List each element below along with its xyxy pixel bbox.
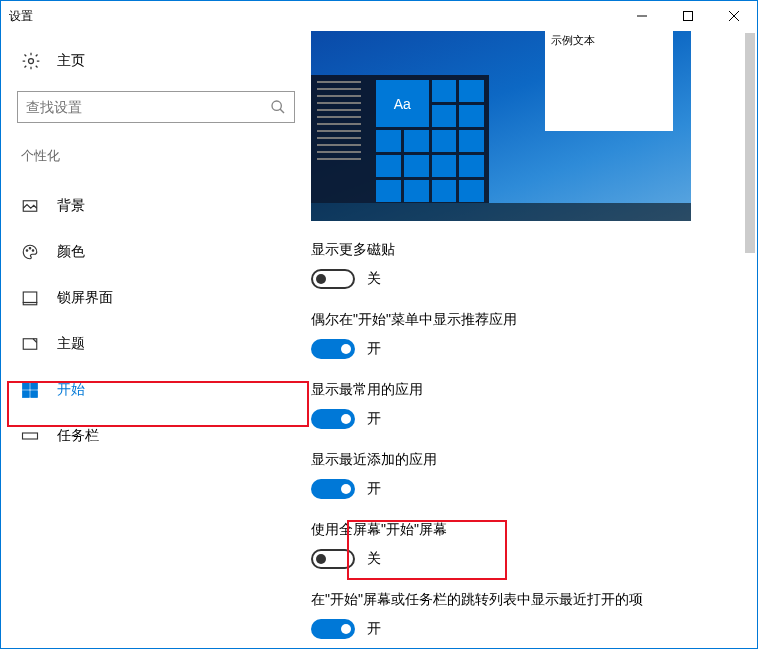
sidebar-item-colors[interactable]: 颜色 bbox=[17, 229, 295, 275]
setting-label: 使用全屏幕"开始"屏幕 bbox=[311, 521, 739, 539]
maximize-button[interactable] bbox=[665, 1, 711, 31]
svg-rect-12 bbox=[23, 303, 37, 305]
preview-tile-aa: Aa bbox=[376, 80, 429, 127]
start-icon bbox=[21, 381, 39, 399]
preview-startmenu: Aa bbox=[311, 75, 489, 203]
setting-more-tiles: 显示更多磁贴 关 bbox=[311, 241, 739, 289]
setting-fullscreen-start: 使用全屏幕"开始"屏幕 关 bbox=[311, 521, 739, 569]
toggle-state: 开 bbox=[367, 410, 381, 428]
toggle-fullscreen-start[interactable] bbox=[311, 549, 355, 569]
toggle-state: 开 bbox=[367, 620, 381, 638]
setting-label: 显示最近添加的应用 bbox=[311, 451, 739, 469]
svg-rect-11 bbox=[23, 292, 37, 303]
setting-suggestions: 偶尔在"开始"菜单中显示推荐应用 开 bbox=[311, 311, 739, 359]
sidebar-item-themes[interactable]: 主题 bbox=[17, 321, 295, 367]
setting-label: 在"开始"屏幕或任务栏的跳转列表中显示最近打开的项 bbox=[311, 591, 739, 609]
toggle-suggestions[interactable] bbox=[311, 339, 355, 359]
sidebar-item-lockscreen[interactable]: 锁屏界面 bbox=[17, 275, 295, 321]
svg-rect-18 bbox=[23, 433, 38, 439]
svg-point-4 bbox=[29, 59, 34, 64]
setting-recently-added: 显示最近添加的应用 开 bbox=[311, 451, 739, 499]
nav-label: 开始 bbox=[57, 381, 85, 399]
palette-icon bbox=[21, 243, 39, 261]
sidebar: 主页 个性化 背景 颜色 锁屏界面 主题 开始 任务栏 bbox=[1, 31, 311, 648]
search-input[interactable] bbox=[26, 99, 270, 115]
sidebar-item-taskbar[interactable]: 任务栏 bbox=[17, 413, 295, 459]
scrollbar[interactable] bbox=[745, 33, 755, 253]
minimize-button[interactable] bbox=[619, 1, 665, 31]
toggle-state: 开 bbox=[367, 480, 381, 498]
setting-jumplist: 在"开始"屏幕或任务栏的跳转列表中显示最近打开的项 开 bbox=[311, 591, 739, 639]
taskbar-icon bbox=[21, 427, 39, 445]
svg-rect-15 bbox=[31, 383, 38, 390]
nav-label: 背景 bbox=[57, 197, 85, 215]
setting-label: 偶尔在"开始"菜单中显示推荐应用 bbox=[311, 311, 739, 329]
start-preview: 示例文本 Aa bbox=[311, 31, 691, 221]
svg-rect-1 bbox=[684, 12, 693, 21]
main-panel: 示例文本 Aa 显示更多磁贴 bbox=[311, 31, 757, 648]
nav-label: 任务栏 bbox=[57, 427, 99, 445]
toggle-state: 关 bbox=[367, 550, 381, 568]
home-label: 主页 bbox=[57, 52, 85, 70]
svg-rect-17 bbox=[31, 391, 38, 398]
toggle-most-used[interactable] bbox=[311, 409, 355, 429]
svg-point-8 bbox=[26, 250, 28, 252]
svg-rect-16 bbox=[23, 391, 30, 398]
toggle-recently-added[interactable] bbox=[311, 479, 355, 499]
svg-point-9 bbox=[29, 248, 31, 250]
nav-label: 颜色 bbox=[57, 243, 85, 261]
preview-popup: 示例文本 bbox=[545, 31, 673, 131]
titlebar: 设置 bbox=[1, 1, 757, 31]
sidebar-item-start[interactable]: 开始 bbox=[17, 367, 295, 413]
svg-line-6 bbox=[280, 109, 284, 113]
search-box[interactable] bbox=[17, 91, 295, 123]
toggle-state: 开 bbox=[367, 340, 381, 358]
toggle-jumplist[interactable] bbox=[311, 619, 355, 639]
close-button[interactable] bbox=[711, 1, 757, 31]
section-label: 个性化 bbox=[21, 147, 295, 165]
setting-label: 显示更多磁贴 bbox=[311, 241, 739, 259]
svg-point-10 bbox=[32, 250, 34, 252]
window-controls bbox=[619, 1, 757, 31]
lock-icon bbox=[21, 289, 39, 307]
setting-label: 显示最常用的应用 bbox=[311, 381, 739, 399]
sidebar-item-background[interactable]: 背景 bbox=[17, 183, 295, 229]
image-icon bbox=[21, 197, 39, 215]
nav-label: 锁屏界面 bbox=[57, 289, 113, 307]
svg-rect-14 bbox=[23, 383, 30, 390]
nav-label: 主题 bbox=[57, 335, 85, 353]
search-icon bbox=[270, 99, 286, 115]
setting-most-used: 显示最常用的应用 开 bbox=[311, 381, 739, 429]
brush-icon bbox=[21, 335, 39, 353]
home-link[interactable]: 主页 bbox=[21, 51, 295, 71]
svg-point-5 bbox=[272, 101, 281, 110]
gear-icon bbox=[21, 51, 41, 71]
toggle-state: 关 bbox=[367, 270, 381, 288]
toggle-more-tiles[interactable] bbox=[311, 269, 355, 289]
window-title: 设置 bbox=[9, 8, 33, 25]
